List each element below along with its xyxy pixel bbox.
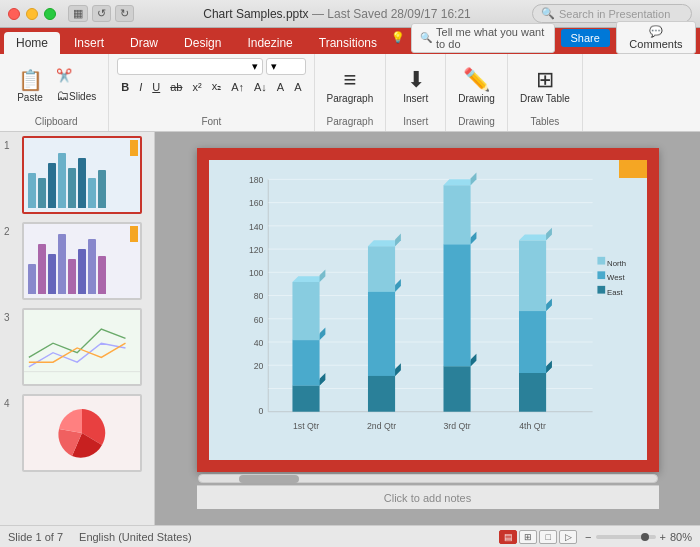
slide-canvas[interactable]: 180 160 140 120 100 80 60 40 20 0 xyxy=(197,148,659,472)
zoom-thumb xyxy=(641,533,649,541)
slide-red-border: 180 160 140 120 100 80 60 40 20 0 xyxy=(197,148,659,472)
drawtable-content: ⊞ Draw Table xyxy=(516,58,574,114)
svg-text:3rd Qtr: 3rd Qtr xyxy=(443,421,470,431)
paste-button[interactable]: 📋 Paste xyxy=(12,68,48,105)
slide-thumb-4[interactable]: 4 xyxy=(4,394,150,472)
slide-panel[interactable]: 1 2 xyxy=(0,132,155,525)
svg-rect-32 xyxy=(367,376,394,412)
italic-button[interactable]: I xyxy=(135,79,146,95)
highlight-button[interactable]: A xyxy=(290,79,305,95)
titlebar-icons: ▦ ↺ ↻ xyxy=(68,5,134,22)
main-chart-svg: 180 160 140 120 100 80 60 40 20 0 xyxy=(209,160,647,460)
ribbon-right: 💡 🔍 Tell me what you want to do Share 💬 … xyxy=(391,21,696,54)
svg-marker-43 xyxy=(470,354,476,367)
ribbon-group-paragraph: ≡ Paragraph Paragraph xyxy=(315,54,387,131)
slides-label: Slides xyxy=(69,91,96,102)
paragraph-icon: ≡ xyxy=(343,69,356,91)
maximize-button[interactable] xyxy=(44,8,56,20)
ribbon-group-font: ▾ ▾ B I U ab x² x₂ A↑ A↓ A A Font xyxy=(109,54,314,131)
draw-table-button[interactable]: ⊞ Draw Table xyxy=(516,67,574,106)
minimize-button[interactable] xyxy=(26,8,38,20)
slide-image-3[interactable] xyxy=(22,308,142,386)
normal-view-button[interactable]: ▤ xyxy=(499,530,517,544)
svg-marker-40 xyxy=(395,234,401,247)
share-button[interactable]: Share xyxy=(561,29,610,47)
clipboard-content: 📋 Paste ✂️ 🗂 Slides xyxy=(12,58,100,114)
subscript-button[interactable]: x₂ xyxy=(208,78,226,95)
ribbon-group-drawtable: ⊞ Draw Table Tables xyxy=(508,54,583,131)
tab-home[interactable]: Home xyxy=(4,32,60,54)
tab-transitions[interactable]: Transitions xyxy=(307,32,389,54)
zoom-in-icon[interactable]: + xyxy=(660,531,666,543)
close-button[interactable] xyxy=(8,8,20,20)
fontsize-inc-button[interactable]: A↑ xyxy=(227,79,248,95)
underline-button[interactable]: U xyxy=(148,79,164,95)
ribbon-group-clipboard: 📋 Paste ✂️ 🗂 Slides Clipboard xyxy=(4,54,109,131)
titlebar-title: Chart Samples.pptx — Last Saved 28/09/17… xyxy=(142,7,532,21)
font-size-dropdown[interactable]: ▾ xyxy=(266,58,306,75)
clipboard-icon-btn[interactable]: ✂️ xyxy=(52,66,100,85)
tab-draw[interactable]: Draw xyxy=(118,32,170,54)
search-icon-tell: 🔍 xyxy=(420,32,432,43)
slide-image-1[interactable] xyxy=(22,136,142,214)
svg-rect-63 xyxy=(597,257,605,265)
language-info: English (United States) xyxy=(79,531,192,543)
tell-me-input[interactable]: 🔍 Tell me what you want to do xyxy=(411,23,555,53)
ppt-icon[interactable]: ▦ xyxy=(68,5,88,22)
slide-1-chart xyxy=(24,138,140,212)
slide-thumb-2[interactable]: 2 xyxy=(4,222,150,300)
font-content: ▾ ▾ B I U ab x² x₂ A↑ A↓ A A xyxy=(117,58,305,114)
dropdown-arrow: ▾ xyxy=(252,60,258,73)
presenter-view-button[interactable]: ▷ xyxy=(559,530,577,544)
table-icon: ⊞ xyxy=(536,69,554,91)
svg-rect-65 xyxy=(597,271,605,279)
slide-image-2[interactable] xyxy=(22,222,142,300)
drawing-icon: ✏️ xyxy=(463,69,490,91)
bold-button[interactable]: B xyxy=(117,79,133,95)
svg-marker-55 xyxy=(546,298,552,311)
scrollbar-thumb[interactable] xyxy=(239,475,299,483)
svg-rect-29 xyxy=(292,282,319,340)
slides-button[interactable]: 🗂 Slides xyxy=(52,87,100,106)
paragraph-button[interactable]: ≡ Paragraph xyxy=(323,67,378,106)
svg-text:60: 60 xyxy=(253,315,263,325)
svg-text:100: 100 xyxy=(248,268,263,278)
reading-view-button[interactable]: □ xyxy=(539,530,557,544)
svg-text:2nd Qtr: 2nd Qtr xyxy=(367,421,396,431)
svg-rect-47 xyxy=(443,185,470,244)
zoom-out-icon[interactable]: − xyxy=(585,531,591,543)
svg-text:80: 80 xyxy=(253,291,263,301)
fontsize-dec-button[interactable]: A↓ xyxy=(250,79,271,95)
comments-label: Comments xyxy=(629,38,682,50)
slide-image-4[interactable] xyxy=(22,394,142,472)
notes-bar[interactable]: Click to add notes xyxy=(197,485,659,509)
svg-text:North: North xyxy=(607,259,626,268)
svg-rect-53 xyxy=(519,311,546,373)
canvas-area: 180 160 140 120 100 80 60 40 20 0 xyxy=(155,132,700,525)
svg-text:West: West xyxy=(607,273,625,282)
zoom-slider[interactable] xyxy=(596,535,656,539)
drawing-button[interactable]: ✏️ Drawing xyxy=(454,67,499,106)
tab-design[interactable]: Design xyxy=(172,32,233,54)
slide-thumb-1[interactable]: 1 xyxy=(4,136,150,214)
horizontal-scrollbar[interactable] xyxy=(198,474,658,483)
tab-insert[interactable]: Insert xyxy=(62,32,116,54)
paste-icon: 📋 xyxy=(18,70,43,90)
tab-indezine[interactable]: Indezine xyxy=(235,32,304,54)
strikethrough-button[interactable]: ab xyxy=(166,79,186,95)
slide-thumb-3[interactable]: 3 xyxy=(4,308,150,386)
insert-button[interactable]: ⬇ Insert xyxy=(398,67,434,106)
fontcolor-button[interactable]: A xyxy=(273,79,288,95)
search-icon: 🔍 xyxy=(541,7,555,20)
status-right: ▤ ⊞ □ ▷ − + 80% xyxy=(499,530,692,544)
slide-sorter-button[interactable]: ⊞ xyxy=(519,530,537,544)
undo-icon[interactable]: ↺ xyxy=(92,5,111,22)
superscript-button[interactable]: x² xyxy=(188,79,205,95)
font-family-dropdown[interactable]: ▾ xyxy=(117,58,262,75)
comments-button[interactable]: 💬 Comments xyxy=(616,21,696,54)
svg-rect-26 xyxy=(292,340,319,386)
slide-tag-1 xyxy=(130,140,138,156)
redo-icon[interactable]: ↻ xyxy=(115,5,134,22)
zoom-controls: − + 80% xyxy=(585,531,692,543)
svg-text:East: East xyxy=(607,288,623,297)
